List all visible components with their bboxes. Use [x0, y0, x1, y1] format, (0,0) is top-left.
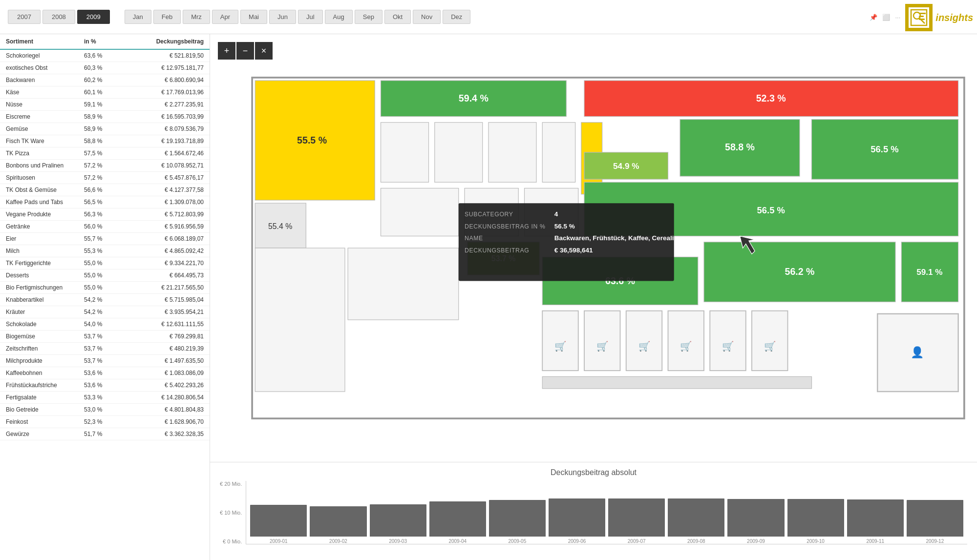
- month-tab-feb[interactable]: Feb: [153, 10, 181, 24]
- row-name: TK Fertiggerichte: [6, 260, 84, 267]
- svg-text:DECKUNGSBEITRAG IN %: DECKUNGSBEITRAG IN %: [465, 223, 545, 230]
- table-row[interactable]: Schokoriegel 63,6 % € 521.819,50: [0, 50, 210, 62]
- month-tab-jan[interactable]: Jan: [125, 10, 151, 24]
- table-row[interactable]: Kaffee Pads und Tabs 56,5 % € 1.309.078,…: [0, 196, 210, 208]
- table-row[interactable]: Eier 55,7 % € 6.068.189,07: [0, 233, 210, 245]
- month-tab-nov[interactable]: Nov: [413, 10, 441, 24]
- table-row[interactable]: Frühstückaufstriche 53,6 % € 5.402.293,2…: [0, 379, 210, 392]
- row-pct: 53,6 %: [84, 382, 123, 389]
- col-pct: in %: [84, 38, 123, 45]
- more-icon[interactable]: ···: [895, 14, 900, 21]
- month-tab-aug[interactable]: Aug: [325, 10, 353, 24]
- row-value: € 1.497.635,50: [123, 357, 204, 364]
- table-row[interactable]: Nüsse 59,1 % € 2.277.235,91: [0, 99, 210, 111]
- month-tab-okt[interactable]: Okt: [384, 10, 411, 24]
- year-tab-2009[interactable]: 2009: [77, 10, 110, 24]
- svg-text:55.5 %: 55.5 %: [297, 135, 327, 145]
- table-row[interactable]: Zeitschriften 53,7 % € 480.219,39: [0, 343, 210, 355]
- bar-label: 2009-03: [389, 539, 407, 544]
- table-row[interactable]: exotisches Obst 60,3 % € 12.975.181,77: [0, 62, 210, 74]
- table-row[interactable]: Spirituosen 57,2 % € 5.457.876,17: [0, 172, 210, 184]
- table-row[interactable]: Gewürze 51,7 % € 3.362.328,35: [0, 428, 210, 440]
- month-tab-dez[interactable]: Dez: [443, 10, 470, 24]
- zoom-minus-button[interactable]: −: [236, 42, 254, 60]
- table-row[interactable]: Bonbons und Pralinen 57,2 % € 10.078.952…: [0, 160, 210, 172]
- month-tab-mai[interactable]: Mai: [240, 10, 267, 24]
- table-row[interactable]: Vegane Produkte 56,3 % € 5.712.803,99: [0, 208, 210, 221]
- map-area: + − × 55.5 % 55.4 % 59.4 %: [210, 34, 977, 462]
- year-tab-2007[interactable]: 2007: [8, 10, 41, 24]
- row-pct: 51,7 %: [84, 431, 123, 437]
- table-row[interactable]: Knabberartikel 54,2 % € 5.715.985,04: [0, 294, 210, 306]
- row-name: Zeitschriften: [6, 345, 84, 352]
- table-row[interactable]: Fisch TK Ware 58,8 % € 19.193.718,89: [0, 135, 210, 147]
- row-pct: 55,0 %: [84, 284, 123, 291]
- bar-label: 2009-07: [628, 539, 646, 544]
- svg-rect-28: [381, 188, 459, 236]
- bar: [429, 501, 486, 537]
- table-row[interactable]: Eiscreme 58,9 % € 16.595.703,99: [0, 111, 210, 123]
- table-row[interactable]: Backwaren 60,2 % € 6.800.690,94: [0, 74, 210, 86]
- bar: [907, 500, 963, 537]
- row-pct: 63,6 %: [84, 52, 123, 59]
- bar: [370, 504, 426, 537]
- table-row[interactable]: Desserts 55,0 % € 664.495,73: [0, 270, 210, 282]
- table-row[interactable]: TK Fertiggerichte 55,0 % € 9.334.221,70: [0, 257, 210, 270]
- row-pct: 57,5 %: [84, 150, 123, 157]
- row-value: € 3.935.954,21: [123, 309, 204, 315]
- row-pct: 58,9 %: [84, 125, 123, 132]
- month-tab-apr[interactable]: Apr: [212, 10, 238, 24]
- bar-label: 2009-01: [270, 539, 288, 544]
- table-row[interactable]: Kaffeebohnen 53,6 % € 1.083.086,09: [0, 367, 210, 379]
- table-row[interactable]: Fertigsalate 53,3 % € 14.280.806,54: [0, 392, 210, 404]
- col-db: Deckungsbeitrag: [123, 38, 204, 45]
- row-pct: 53,7 %: [84, 357, 123, 364]
- table-row[interactable]: TK Obst & Gemüse 56,6 % € 4.127.377,58: [0, 184, 210, 196]
- month-tab-sep[interactable]: Sep: [355, 10, 382, 24]
- chart-bar-item: 2009-09: [727, 499, 784, 544]
- table-row[interactable]: Milchprodukte 53,7 % € 1.497.635,50: [0, 355, 210, 367]
- row-name: Knabberartikel: [6, 296, 84, 303]
- svg-rect-18: [542, 123, 575, 183]
- svg-text:4: 4: [554, 210, 558, 218]
- row-value: € 1.083.086,09: [123, 370, 204, 376]
- svg-text:56.2 %: 56.2 %: [785, 266, 814, 277]
- row-pct: 56,0 %: [84, 223, 123, 230]
- table-row[interactable]: Schokolade 54,0 % € 12.631.111,55: [0, 318, 210, 331]
- svg-text:52.3 %: 52.3 %: [756, 93, 786, 104]
- table-row[interactable]: Bio Fertigmischungen 55,0 % € 21.217.565…: [0, 282, 210, 294]
- bar-label: 2009-11: [866, 539, 884, 544]
- chart-bar-item: 2009-05: [489, 500, 546, 544]
- zoom-close-button[interactable]: ×: [255, 42, 273, 60]
- table-row[interactable]: Bio Getreide 53,0 % € 4.801.804,83: [0, 404, 210, 416]
- table-row[interactable]: Milch 55,3 % € 4.865.092,42: [0, 245, 210, 257]
- zoom-plus-button[interactable]: +: [218, 42, 235, 60]
- year-tab-2008[interactable]: 2008: [42, 10, 75, 24]
- table-row[interactable]: Biogemüse 53,7 % € 769.299,81: [0, 331, 210, 343]
- month-tab-jun[interactable]: Jun: [269, 10, 296, 24]
- row-value: € 5.402.293,26: [123, 382, 204, 389]
- table-row[interactable]: TK Pizza 57,5 % € 1.564.672,46: [0, 147, 210, 160]
- table-row[interactable]: Feinkost 52,3 % € 1.628.906,70: [0, 416, 210, 428]
- table-body: Schokoriegel 63,6 % € 521.819,50 exotisc…: [0, 50, 210, 440]
- svg-text:58.8 %: 58.8 %: [725, 142, 755, 152]
- y-label-0: € 0 Mio.: [223, 539, 242, 544]
- table-row[interactable]: Getränke 56,0 % € 5.916.956,59: [0, 221, 210, 233]
- table-row[interactable]: Käse 60,1 % € 17.769.013,96: [0, 86, 210, 99]
- row-name: Bonbons und Pralinen: [6, 162, 84, 169]
- month-tab-mrz[interactable]: Mrz: [183, 10, 210, 24]
- row-value: € 4.865.092,42: [123, 248, 204, 254]
- svg-text:56.5 %: 56.5 %: [554, 223, 575, 230]
- svg-rect-55: [542, 376, 811, 389]
- pin-icon[interactable]: 📌: [870, 14, 877, 21]
- export-icon[interactable]: ⬜: [882, 14, 890, 21]
- month-tab-jul[interactable]: Jul: [298, 10, 323, 24]
- row-value: € 5.712.803,99: [123, 211, 204, 218]
- table-row[interactable]: Kräuter 54,2 % € 3.935.954,21: [0, 306, 210, 318]
- table-row[interactable]: Gemüse 58,9 % € 8.079.536,79: [0, 123, 210, 135]
- bar-label: 2009-04: [448, 539, 467, 544]
- chart-bar-item: 2009-04: [429, 501, 486, 544]
- svg-text:59.1 %: 59.1 %: [916, 267, 942, 277]
- row-pct: 60,1 %: [84, 89, 123, 96]
- svg-text:€ 36,598,641: € 36,598,641: [554, 247, 593, 254]
